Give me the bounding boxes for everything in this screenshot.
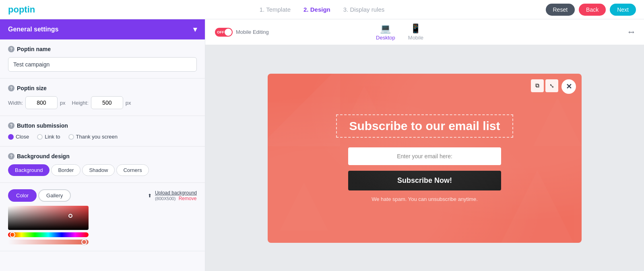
step-design[interactable]: 2. Design (303, 6, 330, 13)
deco-triangle-4 (280, 182, 328, 231)
steps: 1. Template 2. Design 3. Display rules (260, 6, 385, 13)
svg-marker-2 (533, 98, 582, 146)
svg-marker-4 (348, 86, 380, 118)
back-button[interactable]: Back (579, 4, 606, 16)
reset-button[interactable]: Reset (546, 4, 575, 16)
width-input[interactable] (25, 96, 58, 109)
next-button[interactable]: Next (610, 4, 636, 16)
background-design-label: ? Background design (8, 153, 197, 159)
gallery-button[interactable]: Gallery (38, 189, 71, 202)
logo: poptin (8, 4, 35, 15)
svg-marker-3 (280, 182, 328, 231)
radio-thankyou[interactable]: Thank you screen (68, 134, 118, 140)
logo-text: poptin (8, 4, 35, 14)
step-template: 1. Template (260, 6, 291, 13)
panel-header: General settings ▾ (0, 19, 205, 39)
poptin-size-help-icon[interactable]: ? (8, 85, 14, 91)
popup-title: Subscribe to our email list (349, 119, 500, 133)
poptin-name-label: ? Poptin name (8, 46, 197, 52)
preview-toolbar: OFF Mobile Editing 💻 Desktop 📱 Mobile ⤢ (205, 19, 644, 45)
radio-linkto-dot (37, 134, 43, 140)
height-field: Height: px (72, 96, 131, 109)
deco-triangle-5 (348, 86, 380, 118)
expand-button[interactable]: ⤢ (626, 27, 636, 37)
popup-email-input[interactable] (348, 147, 501, 165)
poptin-name-input[interactable] (8, 57, 197, 72)
tab-shadow[interactable]: Shadow (82, 164, 115, 176)
deco-triangle-2 (501, 170, 574, 243)
mobile-editing-toggle[interactable]: OFF (215, 28, 233, 37)
poptin-name-help-icon[interactable]: ? (8, 46, 14, 52)
mobile-icon: 📱 (410, 23, 421, 34)
device-tabs: 💻 Desktop 📱 Mobile (376, 23, 423, 41)
height-px: px (126, 100, 131, 106)
background-tab-group: Background Border Shadow Corners (8, 164, 197, 176)
copy-button[interactable]: ⧉ (531, 79, 544, 92)
height-input[interactable] (91, 96, 123, 109)
popup-title-wrapper[interactable]: Subscribe to our email list (336, 114, 513, 138)
resize-button[interactable]: ⤡ (545, 79, 558, 92)
popup-submit-button[interactable]: Subscribe Now! (348, 171, 501, 190)
background-design-section: ? Background design Background Border Sh… (0, 147, 205, 183)
svg-marker-1 (501, 170, 574, 243)
gradient-box[interactable] (8, 206, 89, 230)
preview-area: ✕ ⧉ ⤡ Subscribe to our email list Subscr… (205, 45, 644, 271)
main-layout: General settings ▾ ? Poptin name ? Popti… (0, 19, 644, 271)
gradient-thumb[interactable] (68, 214, 72, 218)
device-tab-desktop[interactable]: 💻 Desktop (376, 23, 395, 41)
top-nav: poptin 1. Template 2. Design 3. Display … (0, 0, 644, 19)
toggle-off-label: OFF (217, 30, 224, 34)
popup-action-buttons: ⧉ ⤡ (531, 79, 558, 92)
remove-link[interactable]: Remove (179, 196, 197, 201)
color-picker-area (8, 206, 197, 244)
opacity-bar[interactable] (8, 240, 89, 244)
gradient-picker (8, 206, 89, 244)
radio-thankyou-dot (68, 134, 74, 140)
upload-row: ⬆ Upload background (800X500) Remove (148, 190, 197, 201)
upload-label: Upload background (800X500) Remove (155, 190, 197, 201)
desktop-icon: 💻 (380, 23, 391, 34)
right-panel: OFF Mobile Editing 💻 Desktop 📱 Mobile ⤢ (205, 19, 644, 271)
toggle-area: OFF Mobile Editing (215, 28, 269, 37)
color-button[interactable]: Color (8, 189, 37, 202)
nav-buttons: Reset Back Next (546, 4, 636, 16)
tab-background[interactable]: Background (8, 164, 50, 176)
deco-triangle-1 (268, 74, 340, 146)
tab-border[interactable]: Border (51, 164, 80, 176)
poptin-size-label: ? Poptin size (8, 85, 197, 91)
deco-triangle-3 (533, 98, 582, 146)
background-design-help-icon[interactable]: ? (8, 153, 14, 159)
color-gallery-upload-row: Color Gallery ⬆ Upload background (800X5… (8, 189, 197, 202)
tab-corners[interactable]: Corners (116, 164, 149, 176)
size-row: Width: px Height: px (8, 96, 197, 109)
radio-close-dot (8, 134, 14, 140)
mobile-editing-label: Mobile Editing (236, 29, 269, 35)
radio-close-label: Close (16, 134, 29, 140)
popup-close-button[interactable]: ✕ (561, 79, 576, 94)
color-gallery-section: Color Gallery ⬆ Upload background (800X5… (0, 183, 205, 251)
width-field: Width: px (8, 96, 66, 109)
device-tab-mobile[interactable]: 📱 Mobile (408, 23, 423, 41)
button-submission-help-icon[interactable]: ? (8, 122, 14, 129)
radio-linkto[interactable]: Link to (37, 134, 60, 140)
collapse-icon[interactable]: ▾ (193, 25, 197, 34)
height-label: Height: (72, 100, 89, 106)
color-gallery-toggle: Color Gallery (8, 189, 71, 202)
mobile-label: Mobile (408, 35, 423, 41)
hue-bar[interactable] (8, 232, 89, 237)
radio-close[interactable]: Close (8, 134, 29, 140)
panel-header-label: General settings (8, 26, 58, 33)
radio-thankyou-label: Thank you screen (76, 134, 118, 140)
hue-thumb[interactable] (10, 232, 15, 238)
poptin-size-section: ? Poptin size Width: px Height: px (0, 79, 205, 116)
button-submission-label: ? Button submission (8, 122, 197, 129)
radio-group: Close Link to Thank you screen (8, 134, 197, 140)
upload-icon: ⬆ (148, 193, 152, 199)
width-px: px (60, 100, 66, 106)
button-submission-section: ? Button submission Close Link to Thank … (0, 116, 205, 147)
opacity-thumb[interactable] (81, 239, 87, 245)
desktop-label: Desktop (376, 35, 395, 41)
toggle-knob (225, 29, 232, 36)
step-display: 3. Display rules (343, 6, 385, 13)
popup-disclaimer: We hate spam. You can unsubscribe anytim… (372, 196, 478, 202)
